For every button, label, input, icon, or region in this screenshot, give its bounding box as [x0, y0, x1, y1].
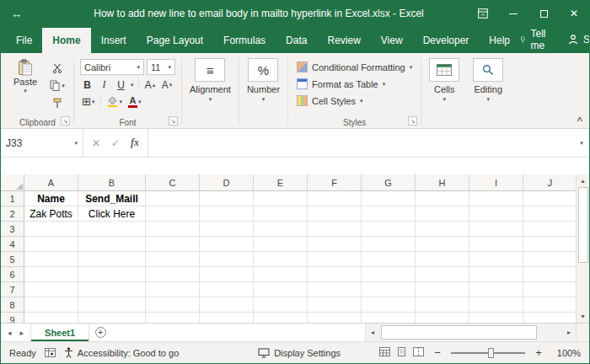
- column-header-f[interactable]: F: [308, 174, 362, 191]
- cell-J2[interactable]: [523, 206, 577, 222]
- zoom-in-button[interactable]: +: [534, 346, 544, 359]
- zoom-slider[interactable]: [451, 347, 525, 359]
- cell-E9[interactable]: [254, 313, 308, 323]
- scroll-up-icon[interactable]: ▴: [577, 174, 589, 187]
- borders-button[interactable]: ⊞▾: [80, 94, 96, 109]
- scroll-left-icon[interactable]: ◂: [366, 329, 379, 336]
- cell-D9[interactable]: [200, 313, 254, 323]
- sheet-nav-left-icon[interactable]: ◂: [8, 329, 12, 337]
- minimize-button[interactable]: [498, 1, 528, 26]
- cell-E6[interactable]: [254, 267, 308, 282]
- cell-G4[interactable]: [362, 237, 416, 252]
- italic-button[interactable]: I: [97, 78, 111, 92]
- ribbon-group-editing[interactable]: Editing ▾: [466, 55, 510, 128]
- cell-J4[interactable]: [523, 237, 577, 252]
- cell-F7[interactable]: [308, 282, 362, 297]
- paste-button[interactable]: Paste ▾: [8, 56, 43, 110]
- cell-H3[interactable]: [416, 222, 469, 237]
- cell-B7[interactable]: [78, 282, 146, 297]
- cell-H8[interactable]: [416, 297, 469, 313]
- cell-I2[interactable]: [469, 206, 523, 222]
- styles-dialog-launcher[interactable]: ↘: [408, 116, 417, 126]
- font-name-select[interactable]: Calibri ▾: [80, 59, 144, 75]
- vertical-scrollbar[interactable]: ▴ ▾: [576, 174, 589, 323]
- ribbon-group-number[interactable]: % Number ▾: [240, 55, 287, 128]
- cell-G8[interactable]: [362, 297, 416, 313]
- enter-entry-button[interactable]: ✓: [107, 137, 124, 149]
- cell-E4[interactable]: [254, 237, 308, 252]
- copy-button[interactable]: ▾: [47, 78, 67, 93]
- underline-button[interactable]: U: [114, 78, 128, 92]
- row-header-3[interactable]: 3: [1, 222, 24, 237]
- cell-C8[interactable]: [146, 297, 200, 313]
- font-color-button[interactable]: A▾: [126, 94, 143, 109]
- cell-F4[interactable]: [308, 237, 362, 252]
- cell-C3[interactable]: [146, 222, 200, 237]
- cell-I9[interactable]: [469, 313, 523, 323]
- horizontal-scroll-thumb[interactable]: [381, 325, 537, 340]
- cell-I3[interactable]: [469, 222, 523, 237]
- cell-A3[interactable]: [24, 222, 78, 237]
- cell-I4[interactable]: [469, 237, 523, 252]
- cell-D3[interactable]: [200, 222, 254, 237]
- formula-input[interactable]: [148, 129, 574, 157]
- format-painter-button[interactable]: [47, 96, 67, 110]
- cell-F8[interactable]: [308, 297, 362, 313]
- cell-F6[interactable]: [308, 267, 362, 282]
- cell-J3[interactable]: [523, 222, 577, 237]
- cell-A7[interactable]: [24, 282, 78, 297]
- cell-A5[interactable]: [24, 252, 78, 267]
- cell-C2[interactable]: [146, 206, 200, 222]
- cell-A6[interactable]: [24, 267, 78, 282]
- ribbon-tab-formulas[interactable]: Formulas: [213, 28, 276, 53]
- column-header-d[interactable]: D: [200, 174, 254, 191]
- collapse-ribbon-button[interactable]: ^: [577, 115, 582, 126]
- select-all-button[interactable]: [1, 174, 24, 191]
- cell-H5[interactable]: [416, 252, 469, 267]
- cell-B6[interactable]: [78, 267, 146, 282]
- cut-button[interactable]: [47, 61, 67, 75]
- expand-formula-bar-button[interactable]: ▾: [574, 129, 589, 157]
- close-button[interactable]: ✕: [559, 1, 589, 26]
- zoom-out-button[interactable]: −: [432, 346, 442, 359]
- cell-C5[interactable]: [146, 252, 200, 267]
- cell-J1[interactable]: [523, 191, 577, 206]
- new-sheet-button[interactable]: +: [89, 324, 111, 341]
- cell-H9[interactable]: [416, 313, 469, 323]
- cell-C7[interactable]: [146, 282, 200, 297]
- cancel-entry-button[interactable]: ✕: [88, 137, 105, 149]
- cell-D1[interactable]: [200, 191, 254, 206]
- normal-view-button[interactable]: [379, 347, 390, 358]
- ribbon-tab-home[interactable]: Home: [42, 28, 90, 53]
- row-header-4[interactable]: 4: [1, 237, 24, 252]
- cell-D8[interactable]: [200, 297, 254, 313]
- ribbon-tab-view[interactable]: View: [371, 28, 413, 53]
- cell-G1[interactable]: [362, 191, 416, 206]
- cell-D6[interactable]: [200, 267, 254, 282]
- row-header-5[interactable]: 5: [1, 252, 24, 267]
- page-break-view-button[interactable]: [413, 347, 424, 358]
- insert-function-button[interactable]: fx: [126, 136, 143, 149]
- cell-H4[interactable]: [416, 237, 469, 252]
- maximize-button[interactable]: [528, 1, 559, 26]
- cell-G3[interactable]: [362, 222, 416, 237]
- cell-I1[interactable]: [469, 191, 523, 206]
- cell-E7[interactable]: [254, 282, 308, 297]
- cell-E2[interactable]: [254, 206, 308, 222]
- cell-C6[interactable]: [146, 267, 200, 282]
- cell-I8[interactable]: [469, 297, 523, 313]
- cell-A8[interactable]: [24, 297, 78, 313]
- ribbon-tab-developer[interactable]: Developer: [413, 28, 480, 53]
- cell-F1[interactable]: [308, 191, 362, 206]
- ribbon-tab-review[interactable]: Review: [317, 28, 370, 53]
- cell-D4[interactable]: [200, 237, 254, 252]
- cell-J6[interactable]: [523, 267, 577, 282]
- cell-H7[interactable]: [416, 282, 469, 297]
- cell-B9[interactable]: [78, 313, 146, 323]
- cell-B2[interactable]: Click Here: [78, 206, 146, 222]
- cell-A1[interactable]: Name: [24, 191, 78, 206]
- cell-E1[interactable]: [254, 191, 308, 206]
- column-header-a[interactable]: A: [24, 174, 78, 191]
- sheet-tab-sheet1[interactable]: Sheet1: [30, 324, 89, 341]
- cell-F2[interactable]: [308, 206, 362, 222]
